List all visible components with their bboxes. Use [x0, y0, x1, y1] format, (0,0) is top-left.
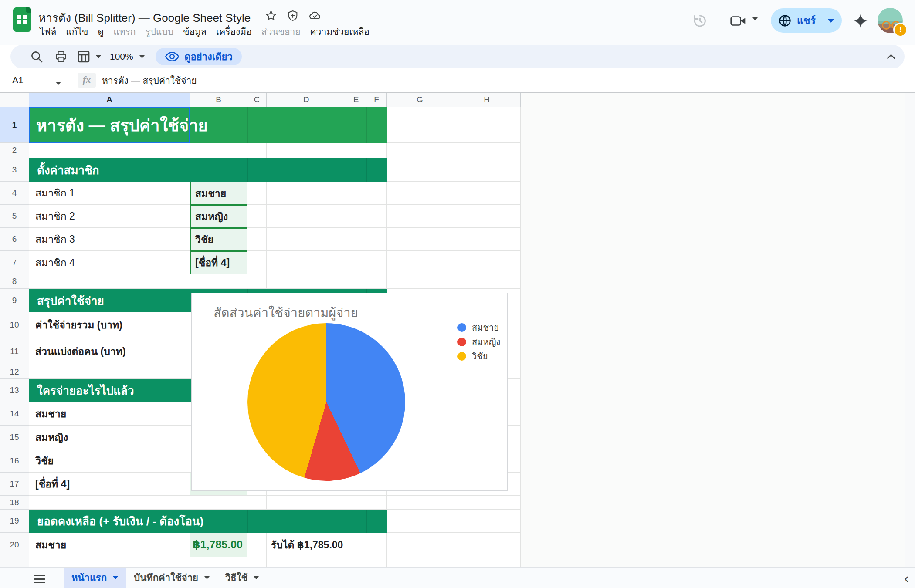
column-header-D[interactable]: D — [267, 92, 346, 107]
cell-H8[interactable] — [453, 274, 521, 289]
print-layout-icon[interactable] — [77, 45, 91, 68]
cell-D20[interactable]: รับได้ ฿1,785.00 — [267, 533, 346, 557]
menu-item-6[interactable]: เครื่องมือ — [211, 24, 257, 39]
menu-item-5[interactable]: ข้อมูล — [178, 24, 211, 39]
cell-G2[interactable] — [387, 143, 453, 158]
row-header-3[interactable]: 3 — [0, 158, 29, 182]
cell-E2[interactable] — [346, 143, 366, 158]
row-header-16[interactable]: 16 — [0, 449, 29, 473]
column-header-A[interactable]: A — [29, 92, 190, 107]
row-header-5[interactable]: 5 — [0, 205, 29, 228]
cell-H3[interactable] — [453, 158, 521, 182]
search-icon[interactable] — [30, 45, 44, 68]
cell-G8[interactable] — [387, 274, 453, 289]
cell-H5[interactable] — [453, 205, 521, 228]
select-all-corner[interactable] — [0, 92, 29, 107]
cell-A14[interactable]: สมชาย — [29, 402, 190, 426]
cell-E6[interactable] — [346, 228, 366, 251]
row-header-1[interactable]: 1 — [0, 107, 29, 143]
menu-item-2[interactable]: ดู — [93, 24, 108, 39]
cell-F21[interactable] — [366, 557, 387, 567]
cell-F8[interactable] — [366, 274, 387, 289]
sheet-tab-caret-icon[interactable] — [204, 576, 210, 579]
cell-G5[interactable] — [387, 205, 453, 228]
share-button[interactable]: แชร์ — [771, 8, 842, 33]
section-cell-row-3[interactable]: ตั้งค่าสมาชิก — [29, 158, 387, 182]
cell-B8[interactable] — [190, 274, 247, 289]
cell-H1[interactable] — [453, 107, 521, 143]
cell-G6[interactable] — [387, 228, 453, 251]
share-caret-icon[interactable] — [828, 17, 834, 24]
cell-A4[interactable]: สมาชิก 1 — [29, 182, 190, 205]
cell-A21[interactable] — [29, 557, 190, 567]
cell-C7[interactable] — [247, 251, 267, 274]
cell-H4[interactable] — [453, 182, 521, 205]
row-header-6[interactable]: 6 — [0, 228, 29, 251]
cell-A8[interactable] — [29, 274, 190, 289]
section-cell-row-19[interactable]: ยอดคงเหลือ (+ รับเงิน / - ต้องโอน) — [29, 510, 387, 533]
sheet-tab-caret-icon[interactable] — [113, 576, 118, 579]
row-header-13[interactable]: 13 — [0, 379, 29, 402]
cell-E18[interactable] — [346, 496, 366, 510]
cell-G7[interactable] — [387, 251, 453, 274]
column-header-B[interactable]: B — [190, 92, 247, 107]
column-header-H[interactable]: H — [453, 92, 521, 107]
cell-C2[interactable] — [247, 143, 267, 158]
sheet-tab-caret-icon[interactable] — [254, 576, 259, 579]
print-icon[interactable] — [54, 45, 68, 68]
pie-chart-panel[interactable]: สัดส่วนค่าใช้จ่ายตามผู้จ่าย สมชายสมหญิงว… — [191, 293, 508, 491]
zoom-level[interactable]: 100% — [110, 45, 133, 68]
row-header-20[interactable]: 20 — [0, 533, 29, 557]
cell-B21[interactable] — [190, 557, 247, 567]
cell-B18[interactable] — [190, 496, 247, 510]
toolbar-collapse-icon[interactable] — [884, 45, 898, 68]
column-header-E[interactable]: E — [346, 92, 366, 107]
shield-plus-icon[interactable] — [287, 10, 299, 22]
cell-F6[interactable] — [366, 228, 387, 251]
cell-C6[interactable] — [247, 228, 267, 251]
cell-A20[interactable]: สมชาย — [29, 533, 190, 557]
menu-item-0[interactable]: ไฟล์ — [35, 24, 61, 39]
sheet-tab-1[interactable]: บันทึกค่าใช้จ่าย — [126, 568, 217, 588]
cell-C20[interactable] — [247, 533, 267, 557]
cell-B4[interactable]: สมชาย — [190, 182, 247, 205]
cell-G3[interactable] — [387, 158, 453, 182]
row-header-18[interactable]: 18 — [0, 496, 29, 510]
cell-E4[interactable] — [346, 182, 366, 205]
cell-D4[interactable] — [267, 182, 346, 205]
cell-E7[interactable] — [346, 251, 366, 274]
cell-H19[interactable] — [453, 510, 521, 533]
cell-H2[interactable] — [453, 143, 521, 158]
cell-A6[interactable]: สมาชิก 3 — [29, 228, 190, 251]
menu-item-1[interactable]: แก้ไข — [61, 24, 93, 39]
cell-A2[interactable] — [29, 143, 190, 158]
row-header-17[interactable]: 17 — [0, 473, 29, 496]
cell-F5[interactable] — [366, 205, 387, 228]
cell-C21[interactable] — [247, 557, 267, 567]
cell-G21[interactable] — [387, 557, 453, 567]
name-box-caret-icon[interactable] — [56, 79, 61, 87]
cell-D8[interactable] — [267, 274, 346, 289]
zoom-caret-icon[interactable] — [139, 45, 145, 68]
gemini-sparkle-icon[interactable] — [852, 12, 869, 30]
cell-C8[interactable] — [247, 274, 267, 289]
row-header-4[interactable]: 4 — [0, 182, 29, 205]
cell-H6[interactable] — [453, 228, 521, 251]
cell-E21[interactable] — [346, 557, 366, 567]
cell-E20[interactable] — [346, 533, 366, 557]
banner-cell-row-1[interactable]: หารตัง — สรุปค่าใช้จ่าย — [29, 107, 387, 143]
name-box[interactable]: A1 — [12, 68, 24, 92]
print-layout-caret-icon[interactable] — [96, 45, 101, 68]
column-header-C[interactable]: C — [247, 92, 267, 107]
cell-A18[interactable] — [29, 496, 190, 510]
cell-E8[interactable] — [346, 274, 366, 289]
row-header-19[interactable]: 19 — [0, 510, 29, 533]
cell-F18[interactable] — [366, 496, 387, 510]
cell-A7[interactable]: สมาชิก 4 — [29, 251, 190, 274]
row-header-9[interactable]: 9 — [0, 289, 29, 312]
cell-B7[interactable]: [ชื่อที่ 4] — [190, 251, 247, 274]
column-header-F[interactable]: F — [366, 92, 387, 107]
star-icon[interactable] — [265, 10, 277, 22]
cell-C18[interactable] — [247, 496, 267, 510]
cell-G19[interactable] — [387, 510, 453, 533]
